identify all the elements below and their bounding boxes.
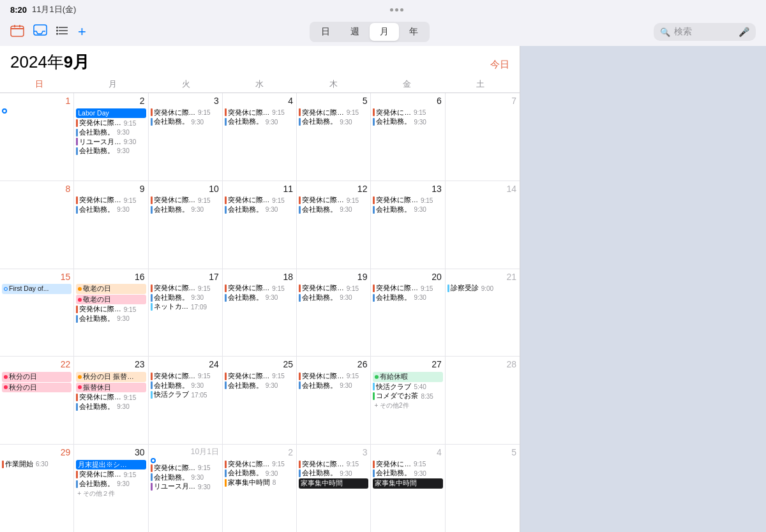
event-line[interactable]: 突発休に際…9:15 [151, 108, 220, 117]
calendar-cell[interactable]: 5 [446, 445, 520, 532]
event-line[interactable]: 会社勤務。9:30 [225, 205, 294, 214]
event-bar-pink[interactable]: 秋分の日 [2, 383, 71, 393]
event-line[interactable]: 突発休に際…9:15 [373, 196, 442, 205]
event-line[interactable]: 突発休に…9:15 [373, 460, 442, 469]
calendar-cell[interactable]: 27 有給休暇快活クラブ5:40コメダでお茶8:35+ その他2件 [371, 357, 445, 444]
event-line[interactable]: 会社勤務。9:30 [299, 469, 368, 478]
calendar-cell[interactable]: 13突発休に際…9:15会社勤務。9:30 [371, 181, 445, 269]
event-line[interactable]: 会社勤務。9:30 [299, 293, 368, 302]
event-line[interactable]: ネットカ…17:09 [151, 302, 220, 311]
more-events[interactable]: + その他２件 [76, 489, 146, 498]
calendar-cell[interactable]: 10突発休に際…9:15会社勤務。9:30 [149, 181, 223, 269]
event-line[interactable]: 突発休に際…9:15 [225, 460, 294, 469]
calendar-cell[interactable]: 5突発休に際…9:15会社勤務。9:30 [297, 93, 371, 181]
event-line[interactable]: 会社勤務。9:30 [225, 469, 294, 478]
event-line[interactable]: 会社勤務。9:30 [76, 480, 146, 489]
event-line[interactable]: 快活クラブ17:05 [151, 390, 220, 399]
event-line[interactable]: 会社勤務。9:30 [76, 403, 146, 411]
calendar-cell[interactable]: 16 敬老の日 敬老の日突発休に際…9:15会社勤務。9:30 [74, 269, 148, 357]
event-line[interactable]: 突発休に際…9:15 [299, 284, 368, 293]
calendar-cell[interactable]: 2突発休に際…9:15会社勤務。9:30家事集中時間8 [223, 445, 297, 532]
calendar-cell[interactable]: 14 [446, 181, 520, 269]
event-line[interactable]: 快活クラブ5:40 [373, 383, 442, 392]
event-line[interactable]: 会社勤務。9:30 [151, 381, 220, 390]
event-line[interactable]: 会社勤務。9:30 [151, 205, 220, 214]
event-line[interactable]: 突発休に際…9:15 [76, 119, 146, 128]
event-line[interactable]: 家事集中時間8 [225, 478, 294, 487]
calendar-cell[interactable]: 3突発休に際…9:15会社勤務。9:30 [149, 93, 223, 181]
event-line[interactable]: 突発休に際…9:15 [225, 372, 294, 381]
event-bar-orange[interactable]: 敬老の日 [76, 284, 146, 294]
calendar-cell[interactable]: 22 秋分の日 秋分の日 [0, 357, 74, 444]
calendar-cell[interactable]: 1 [0, 93, 74, 181]
more-events[interactable]: + その他2件 [373, 401, 442, 410]
event-line[interactable]: 突発休に際…9:15 [151, 196, 220, 205]
event-line[interactable]: 診察受診9:00 [447, 284, 518, 293]
event-line[interactable]: 突発休に際…9:15 [151, 284, 220, 293]
event-line[interactable]: 突発休に際…9:15 [225, 196, 294, 205]
mic-icon[interactable]: 🎤 [739, 27, 749, 37]
today-button[interactable]: 今日 [490, 59, 509, 71]
event-line[interactable]: 会社勤務。9:30 [225, 293, 294, 302]
event-bar-black[interactable]: 家事集中時間 [373, 478, 442, 489]
event-line[interactable]: リユース月…9:30 [76, 138, 146, 147]
calendar-cell[interactable]: 24突発休に際…9:15会社勤務。9:30快活クラブ17:05 [149, 357, 223, 444]
event-line[interactable]: 会社勤務。9:30 [151, 117, 220, 126]
calendar-cell[interactable]: 30月末提出※シ…突発休に際…9:15会社勤務。9:30+ その他２件 [74, 445, 148, 532]
calendar-cell[interactable]: 12突発休に際…9:15会社勤務。9:30 [297, 181, 371, 269]
list-icon[interactable] [56, 26, 69, 39]
event-bar-pink[interactable]: 秋分の日 [2, 372, 71, 382]
event-line[interactable]: 突発休に際…9:15 [225, 108, 294, 117]
event-line[interactable]: 会社勤務。9:30 [76, 128, 146, 137]
event-line[interactable]: 会社勤務。9:30 [373, 293, 442, 302]
calendar-cell[interactable]: 19突発休に際…9:15会社勤務。9:30 [297, 269, 371, 357]
event-line[interactable]: 会社勤務。9:30 [373, 205, 442, 214]
calendar-cell[interactable]: 23 秋分の日 振替… 振替休日突発休に際…9:15会社勤務。9:30 [74, 357, 148, 444]
event-bar-pink[interactable]: 敬老の日 [76, 295, 146, 305]
event-line[interactable]: 突発休に…9:15 [373, 108, 442, 117]
event-line[interactable]: 突発休に際…9:15 [299, 108, 368, 117]
event-line[interactable]: 突発休に際…9:15 [299, 372, 368, 381]
calendar-cell[interactable]: 25突発休に際…9:15会社勤務。9:30 [223, 357, 297, 444]
calendar-cell[interactable]: 2Labor Day突発休に際…9:15会社勤務。9:30リユース月…9:30会… [74, 93, 148, 181]
event-line[interactable]: 会社勤務。9:30 [151, 473, 220, 482]
view-tab-month[interactable]: 月 [370, 23, 399, 41]
event-line[interactable]: 突発休に際…9:15 [151, 464, 220, 473]
calendar-cell[interactable]: 18突発休に際…9:15会社勤務。9:30 [223, 269, 297, 357]
view-tab-week[interactable]: 週 [340, 23, 370, 41]
calendar-cell[interactable]: 4突発休に際…9:15会社勤務。9:30 [223, 93, 297, 181]
event-bar-orange[interactable]: 秋分の日 振替… [76, 372, 146, 382]
event-line[interactable]: 作業開始6:30 [2, 460, 71, 469]
view-tab-year[interactable]: 年 [399, 23, 428, 41]
event-line[interactable]: 会社勤務。9:30 [76, 205, 146, 214]
calendar-cell[interactable]: 6突発休に…9:15会社勤務。9:30 [371, 93, 445, 181]
event-bar-blue[interactable]: 月末提出※シ… [76, 460, 146, 470]
event-line[interactable]: 突発休に際…9:15 [373, 284, 442, 293]
calendar-cell[interactable]: 29作業開始6:30 [0, 445, 74, 532]
calendar-cell[interactable]: 15 First Day of... [0, 269, 74, 357]
event-line[interactable]: 会社勤務。9:30 [76, 314, 146, 323]
event-line[interactable]: 突発休に際…9:15 [151, 372, 220, 381]
calendar-cell[interactable]: 9突発休に際…9:15会社勤務。9:30 [74, 181, 148, 269]
event-line[interactable]: 会社勤務。9:30 [151, 293, 220, 302]
calendar-icon[interactable] [10, 24, 24, 40]
calendar-cell[interactable]: 11突発休に際…9:15会社勤務。9:30 [223, 181, 297, 269]
calendar-cell[interactable]: 28 [446, 357, 520, 444]
event-line[interactable]: リユース月…9:30 [151, 482, 220, 491]
event-line[interactable]: 会社勤務。9:30 [373, 469, 442, 478]
calendar-cell[interactable]: 4突発休に…9:15会社勤務。9:30家事集中時間 [371, 445, 445, 532]
event-line[interactable]: 会社勤務。9:30 [299, 117, 368, 126]
event-bar-pink[interactable]: 振替休日 [76, 383, 146, 393]
event-line[interactable]: 会社勤務。9:30 [76, 147, 146, 156]
calendar-cell[interactable]: 17突発休に際…9:15会社勤務。9:30ネットカ…17:09 [149, 269, 223, 357]
event-line[interactable]: 突発休に際…9:15 [225, 284, 294, 293]
view-tab-day[interactable]: 日 [311, 23, 340, 41]
event-line[interactable]: 突発休に際…9:15 [76, 305, 146, 314]
event-bar-blue[interactable]: Labor Day [76, 108, 146, 119]
event-line[interactable]: 会社勤務。9:30 [225, 117, 294, 126]
inbox-icon[interactable] [33, 24, 47, 40]
event-line[interactable]: 突発休に際…9:15 [299, 196, 368, 205]
search-bar[interactable]: 🔍 検索 🎤 [654, 23, 756, 41]
event-line[interactable]: 突発休に際…9:15 [76, 470, 146, 479]
calendar-cell[interactable]: 20突発休に際…9:15会社勤務。9:30 [371, 269, 445, 357]
